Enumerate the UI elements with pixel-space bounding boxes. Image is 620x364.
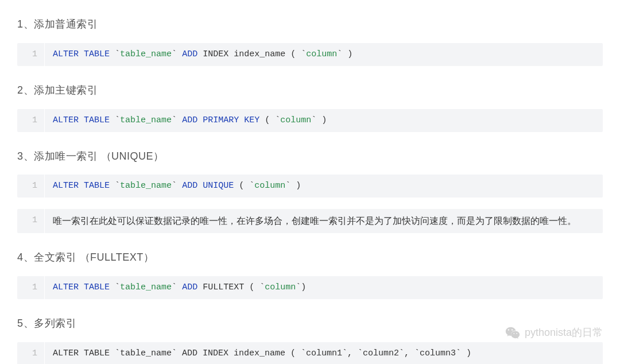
line-number: 1 bbox=[17, 175, 45, 198]
code-block: 1ALTER TABLE `table_name` ADD INDEX inde… bbox=[17, 43, 603, 66]
line-number: 1 bbox=[17, 342, 45, 364]
section-heading: 3、添加唯一索引 （UNIQUE） bbox=[17, 148, 603, 165]
section-heading: 2、添加主键索引 bbox=[17, 82, 603, 99]
line-number: 1 bbox=[17, 209, 45, 233]
code-block: 1ALTER TABLE `table_name` ADD FULLTEXT (… bbox=[17, 276, 603, 299]
code-line: ALTER TABLE `table_name` ADD FULLTEXT ( … bbox=[45, 276, 314, 299]
note-text: 唯一索引在此处可以保证数据记录的唯一性，在许多场合，创建唯一索引并不是为了加快访… bbox=[45, 209, 584, 233]
code-line: ALTER TABLE `table_name` ADD UNIQUE ( `c… bbox=[45, 175, 309, 198]
line-number: 1 bbox=[17, 109, 45, 132]
line-number: 1 bbox=[17, 276, 45, 299]
code-block: 1ALTER TABLE `table_name` ADD PRIMARY KE… bbox=[17, 109, 603, 132]
line-number: 1 bbox=[17, 43, 45, 66]
document-body: 1、添加普通索引1ALTER TABLE `table_name` ADD IN… bbox=[0, 16, 620, 364]
code-line: ALTER TABLE `table_name` ADD INDEX index… bbox=[45, 43, 361, 66]
code-line: ALTER TABLE `table_name` ADD INDEX index… bbox=[45, 342, 479, 364]
code-block: 1ALTER TABLE `table_name` ADD INDEX inde… bbox=[17, 342, 603, 364]
section-heading: 5、多列索引 bbox=[17, 315, 603, 332]
code-line: ALTER TABLE `table_name` ADD PRIMARY KEY… bbox=[45, 109, 335, 132]
note-block: 1唯一索引在此处可以保证数据记录的唯一性，在许多场合，创建唯一索引并不是为了加快… bbox=[17, 209, 603, 233]
section-heading: 1、添加普通索引 bbox=[17, 16, 603, 33]
code-block: 1ALTER TABLE `table_name` ADD UNIQUE ( `… bbox=[17, 175, 603, 198]
section-heading: 4、全文索引 （FULLTEXT） bbox=[17, 249, 603, 266]
